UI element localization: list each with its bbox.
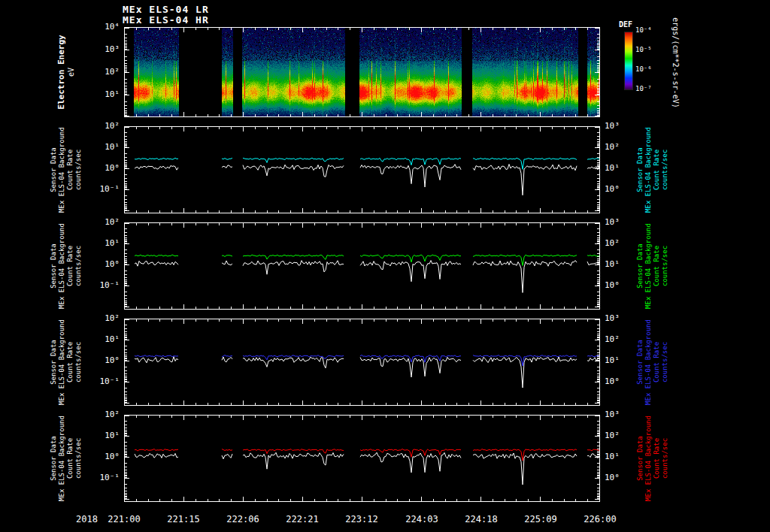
panel-left-tick: 10² [87,121,122,131]
x-tick-label: 223:12 [339,514,384,524]
colorbar-tick: 10⁻⁷ [635,85,665,92]
panel-left-tick: 10⁰ [87,163,122,174]
x-tick-label: 222:06 [220,514,265,524]
x-tick-label: 221:15 [161,514,206,524]
panel-left-tick: 10⁰ [87,355,122,366]
plot-title-lr: MEx ELS-04 LR [123,4,209,15]
axis-title-line: Count Rate [66,402,74,515]
panel-left-tick: 10⁻¹ [87,184,122,195]
panel-0-plot-canvas [124,126,600,213]
panel-2-plot-canvas [124,319,600,406]
axis-title-line: counts/sec [74,402,83,515]
axis-title-line: MEx ELS-04 Background [58,402,66,515]
panel-3-right-axis-title: Sensor Data MEx ELS-04 Background Count … [636,402,669,515]
spec-y-tick: 10¹ [87,89,122,100]
spec-y-tick: 10³ [87,44,122,55]
colorbar-title: DEF [619,20,632,29]
spec-y-axis-title-line1: Electron Energy [56,20,66,125]
panel-left-tick: 10² [87,217,122,228]
x-axis-year-label: 2018 [65,514,98,524]
spec-y-tick: 10² [87,67,122,77]
axis-title-line: MEx ELS-04 Background [644,402,653,515]
axis-title-line: Sensor Data [636,402,644,515]
panel-right-tick: 10³ [602,121,635,131]
panel-left-tick: 10¹ [87,431,122,441]
colorbar-tick: 10⁻⁴ [635,26,665,34]
panel-right-tick: 10² [602,238,635,249]
x-tick-label: 224:18 [459,514,504,524]
x-tick-label: 224:03 [399,514,444,524]
x-tick-label: 226:00 [578,514,623,524]
colorbar-tick: 10⁻⁶ [635,65,665,73]
panel-left-tick: 10⁻¹ [87,376,122,387]
mex-els-quicklook-plot: MEx ELS-04 LR MEx ELS-04 HR 10⁴ 10³ 10² … [0,0,770,532]
colorbar-tick: 10⁻⁵ [635,46,665,53]
panel-right-tick: 10² [602,142,635,153]
panel-right-tick: 10⁰ [602,184,635,195]
axis-title-line: Sensor Data [50,402,58,515]
panel-right-tick: 10² [602,431,635,441]
panel-1-plot-canvas [124,222,600,310]
panel-right-tick: 10¹ [602,452,635,462]
panel-right-tick: 10² [602,334,635,345]
spec-y-tick: 10⁴ [87,22,122,32]
panel-left-tick: 10¹ [87,238,122,249]
panel-left-tick: 10⁻¹ [87,473,122,483]
axis-title-line: Count Rate [653,402,661,515]
panel-3-left-axis-title: Sensor Data MEx ELS-04 Background Count … [50,402,83,515]
panel-left-tick: 10⁻¹ [87,280,122,291]
spec-y-axis-title: Electron Energy eV [56,20,76,125]
panel-3-plot-canvas [124,415,600,502]
panel-left-tick: 10² [87,410,122,420]
colorbar [624,32,633,90]
spec-y-axis-title-line2: eV [66,20,76,125]
x-tick-label: 225:09 [518,514,563,524]
panel-right-tick: 10¹ [602,259,635,270]
panel-left-tick: 10¹ [87,334,122,345]
spectrogram-canvas [124,27,600,117]
panel-right-tick: 10⁰ [602,280,635,291]
panel-right-tick: 10⁰ [602,376,635,387]
x-tick-label: 222:21 [280,514,325,524]
panel-left-tick: 10¹ [87,142,122,153]
panel-left-tick: 10² [87,313,122,324]
panel-left-tick: 10⁰ [87,259,122,270]
colorbar-unit-label: ergs/(cm**2-s-sr-eV) [671,0,680,127]
plot-title-hr: MEx ELS-04 HR [123,14,209,26]
panel-left-tick: 10⁰ [87,452,122,462]
axis-title-line: counts/sec [661,402,669,515]
panel-right-tick: 10³ [602,217,635,228]
panel-right-tick: 10¹ [602,355,635,366]
x-tick-label: 221:00 [102,514,147,524]
panel-right-tick: 10⁰ [602,473,635,483]
panel-right-tick: 10³ [602,313,635,324]
panel-right-tick: 10³ [602,410,635,420]
panel-right-tick: 10¹ [602,163,635,174]
